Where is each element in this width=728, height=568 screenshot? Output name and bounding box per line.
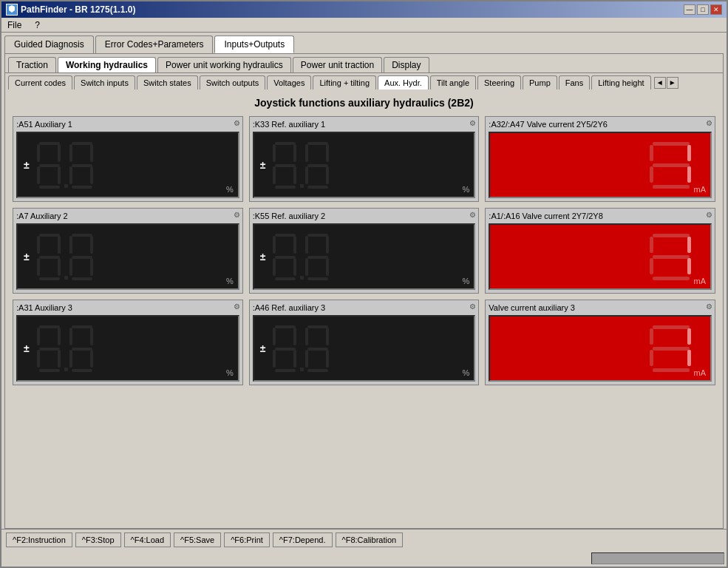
subtab2-lifting-height[interactable]: Lifting height [591,75,650,89]
gauge-aux2-unit: % [226,277,234,285]
close-button[interactable]: ✕ [710,4,722,15]
svg-rect-16 [275,164,296,167]
subtab1-power-unit-traction[interactable]: Power unit traction [293,57,382,72]
svg-rect-0 [39,142,60,145]
gauge-ref-aux2-svg [271,230,338,283]
menu-file[interactable]: File [4,20,24,30]
svg-rect-88 [90,350,93,368]
svg-rect-106 [653,368,690,372]
gauge-valve-aux2-svg [638,230,704,283]
svg-rect-100 [305,328,308,345]
gauge-aux3-settings[interactable]: ⚙ [234,302,240,311]
svg-rect-18 [273,144,276,162]
subtab1-working-hydraulics[interactable]: Working hydraulics [58,57,156,72]
tab-error-codes[interactable]: Error Codes+Parameters [95,36,214,53]
btn-print[interactable]: ^F6:Print [224,532,270,547]
btn-load[interactable]: ^F4:Load [124,532,171,547]
subtab2-tilt-angle[interactable]: Tilt angle [430,75,476,89]
tab-guided-diagnosis[interactable]: Guided Diagnosis [4,36,94,53]
svg-rect-72 [650,258,653,274]
gauge-ref-aux1: :K33 Ref. auxiliary 1 ⚙ ± [249,116,480,202]
svg-rect-79 [37,350,40,368]
gauge-aux1-svg [35,138,102,192]
gauge-aux2-display: ± [16,223,239,290]
subtab2-lifting-tilting[interactable]: Lifting + tilting [313,75,376,89]
subtab2-fans[interactable]: Fans [559,75,590,89]
svg-rect-86 [90,328,93,345]
subtab2-switch-outputs[interactable]: Switch outputs [200,75,266,89]
subtab2-aux-hydr[interactable]: Aux. Hydr. [378,75,429,89]
subtab1-display[interactable]: Display [384,57,429,72]
svg-rect-8 [72,142,92,145]
svg-rect-89 [275,325,296,328]
svg-rect-38 [39,256,60,259]
gauge-ref-aux3-settings[interactable]: ⚙ [469,302,476,311]
svg-rect-83 [72,348,92,351]
btn-stop[interactable]: ^F3:Stop [75,532,121,547]
gauge-aux3: :A31 Auxiliary 3 ⚙ ± [13,300,243,385]
subtab1-power-unit-wh[interactable]: Power unit working hydraulics [157,57,291,72]
maximize-button[interactable]: □ [697,4,709,15]
svg-rect-55 [273,236,276,254]
svg-rect-27 [326,144,329,162]
svg-rect-6 [58,166,61,184]
btn-calibration[interactable]: ^F8:Calibration [336,532,404,547]
svg-rect-20 [273,166,276,184]
svg-rect-22 [300,184,304,188]
svg-rect-30 [653,142,690,146]
gauge-valve-aux3: Valve current auxiliary 3 ⚙ mA [485,300,715,385]
gauge-ref-aux2-unit: % [463,277,470,285]
svg-rect-36 [687,166,691,183]
tab-nav-right[interactable]: ► [667,77,678,89]
svg-rect-32 [653,185,690,189]
svg-rect-2 [39,186,60,189]
tab-inputs-outputs[interactable]: Inputs+Outputs [214,36,294,53]
sub-tabs-row2: Current codes Switch inputs Switch state… [5,73,723,89]
svg-rect-25 [307,186,328,189]
subtab1-traction[interactable]: Traction [8,57,56,72]
svg-rect-12 [90,144,93,162]
gauge-ref-aux2-settings[interactable]: ⚙ [469,211,476,219]
svg-rect-15 [275,142,296,145]
btn-depend[interactable]: ^F7:Depend. [273,532,333,547]
svg-rect-96 [300,368,304,371]
subtab2-current-codes[interactable]: Current codes [8,75,72,89]
btn-save[interactable]: ^F5:Save [174,532,221,547]
svg-rect-60 [307,234,328,237]
gauge-valve-aux1-settings[interactable]: ⚙ [706,119,712,127]
gauge-ref-aux3-plusminus: ± [260,343,266,354]
svg-rect-1 [39,164,60,167]
subtab2-steering[interactable]: Steering [477,75,521,89]
svg-rect-58 [293,258,296,276]
gauge-valve-aux3-settings[interactable]: ⚙ [706,302,712,311]
btn-instruction[interactable]: ^F2:Instruction [6,532,72,547]
subtab2-switch-states[interactable]: Switch states [137,75,198,89]
title-bar-left: PathFinder - BR 1275(1.1.0) [6,4,135,16]
minimize-button[interactable]: — [684,4,695,15]
gauge-ref-aux1-settings[interactable]: ⚙ [469,119,476,127]
horizontal-scrollbar[interactable] [591,552,724,564]
svg-rect-26 [305,144,308,162]
subtab2-switch-inputs[interactable]: Switch inputs [74,75,135,89]
svg-rect-95 [293,350,296,368]
svg-rect-104 [653,325,690,329]
svg-rect-52 [275,234,296,237]
subtab2-pump[interactable]: Pump [523,75,557,89]
gauge-ref-aux3-unit: % [463,368,470,377]
svg-rect-43 [58,258,61,276]
svg-rect-82 [72,325,92,328]
svg-rect-59 [300,276,304,280]
gauge-valve-aux2-settings[interactable]: ⚙ [706,211,712,219]
tab-nav-left[interactable]: ◄ [654,77,666,89]
gauge-aux3-label: :A31 Auxiliary 3 [16,303,239,312]
svg-rect-19 [293,144,296,162]
gauge-aux1-settings[interactable]: ⚙ [234,119,240,127]
svg-rect-110 [687,350,691,366]
menu-help[interactable]: ? [32,20,43,30]
gauge-aux2-settings[interactable]: ⚙ [234,211,240,219]
gauge-aux1-plusminus: ± [24,160,30,170]
gauge-valve-aux1-unit: mA [693,185,706,194]
svg-rect-99 [307,369,328,372]
subtab2-voltages[interactable]: Voltages [267,75,311,89]
gauge-aux2-label: :A7 Auxiliary 2 [16,212,239,220]
